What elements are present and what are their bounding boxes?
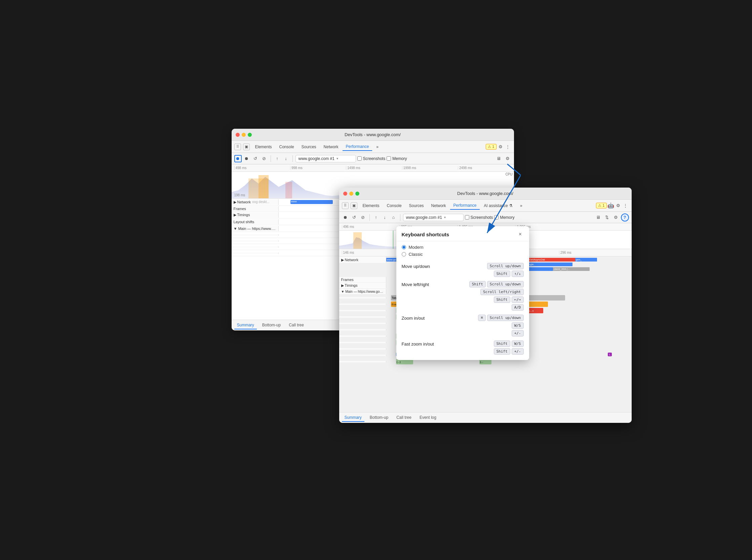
back-tab-elements[interactable]: Elements — [252, 143, 275, 151]
close-button-back[interactable] — [236, 133, 240, 137]
back-ruler-mark-1: 498 ms — [234, 166, 290, 170]
front-home-btn[interactable]: ⌂ — [390, 214, 397, 221]
front-question-btn[interactable]: ? — [621, 214, 629, 221]
radio-modern-label: Modern — [409, 245, 423, 250]
front-tab-bottomup[interactable]: Bottom-up — [367, 414, 391, 422]
radio-modern-input[interactable] — [402, 245, 406, 249]
front-upload-btn[interactable]: ↑ — [373, 214, 380, 221]
front-tab-summary[interactable]: Summary — [342, 414, 364, 422]
front-reload-btn[interactable]: ↺ — [351, 214, 358, 221]
front-toolbar-divider1 — [370, 214, 370, 221]
shortcuts-close-btn[interactable]: × — [517, 231, 524, 238]
key-ws-2: W/S — [512, 340, 524, 347]
back-record-reload-btn[interactable]: ⏺ — [243, 155, 251, 162]
front-tab-icon-layers[interactable]: ▣ — [351, 202, 357, 209]
back-time-marker: 198 ms — [234, 193, 245, 197]
back-screenshots-check[interactable]: Screenshots — [357, 156, 385, 161]
maximize-button-back[interactable] — [248, 133, 252, 137]
back-settings-icon[interactable]: ⚙ — [497, 143, 504, 150]
back-title-bar: DevTools - www.google.com/ — [232, 129, 514, 141]
key-combo-shift-lr-arrow: Shift ←/→ — [494, 297, 524, 303]
shortcuts-header: Keyboard shortcuts × — [396, 226, 529, 241]
front-subtask-label7 — [339, 342, 386, 343]
svg-rect-5 — [353, 232, 362, 249]
front-tab-network[interactable]: Network — [428, 202, 450, 209]
front-capture-btn[interactable]: 🖥 — [595, 214, 602, 221]
key-combo-plusminus: +/- — [512, 330, 524, 337]
radio-modern[interactable]: Modern — [402, 245, 524, 250]
front-tab-sources[interactable]: Sources — [406, 202, 427, 209]
front-clear-btn[interactable]: ⊘ — [359, 214, 367, 221]
front-tab-calltree[interactable]: Call tree — [394, 414, 414, 422]
back-tab-icon-layers[interactable]: ▣ — [243, 143, 250, 150]
back-capture-btn[interactable]: 🖥 — [495, 155, 502, 162]
back-tab-performance[interactable]: Performance — [342, 143, 373, 151]
back-ruler-mark-3: 1498 ms — [346, 166, 402, 170]
back-clear-btn[interactable]: ⊘ — [260, 155, 268, 162]
back-url-text: www.google.com #1 — [298, 156, 335, 161]
back-tab-summary[interactable]: Summary — [234, 321, 257, 329]
back-tab-calltree[interactable]: Call tree — [286, 321, 306, 329]
front-filter-btn[interactable]: ⇅ — [603, 214, 611, 221]
radio-classic[interactable]: Classic — [402, 252, 524, 257]
back-upload-btn[interactable]: ↑ — [274, 155, 281, 162]
front-url-dropdown[interactable]: ▾ — [444, 216, 446, 219]
front-tab-more[interactable]: » — [517, 202, 526, 209]
back-tab-sources[interactable]: Sources — [298, 143, 320, 151]
minimize-button-front[interactable] — [349, 192, 353, 196]
close-button-front[interactable] — [343, 192, 347, 196]
key-plusminus: +/- — [512, 330, 524, 337]
key-combo-ad: A/D — [512, 304, 524, 311]
key-shift-5: Shift — [494, 348, 510, 355]
front-toolbar: ⏺ ↺ ⊘ ↑ ↓ ⌂ www.google.com #1 ▾ Screensh… — [339, 212, 632, 223]
front-ai-icon[interactable]: 🤖 — [608, 202, 614, 209]
front-settings-btn[interactable]: ⚙ — [612, 214, 619, 221]
back-more-icon[interactable]: ⋮ — [504, 143, 511, 150]
back-url-bar[interactable]: www.google.com #1 ▾ — [296, 155, 356, 162]
front-record-btn[interactable]: ⏺ — [342, 214, 349, 221]
back-settings-btn[interactable]: ⚙ — [504, 155, 511, 162]
key-updown-arrow: ↑/↓ — [512, 271, 524, 277]
key-combo-ws: W/S — [512, 322, 524, 329]
back-download-btn[interactable]: ↓ — [282, 155, 290, 162]
back-tab-icon-grid[interactable]: ⠿ — [234, 143, 241, 150]
back-tab-bar: ⠿ ▣ Elements Console Sources Network Per… — [232, 141, 514, 153]
front-memory-check[interactable]: Memory — [494, 215, 514, 220]
front-tab-icon-grid[interactable]: ⠿ — [342, 202, 349, 209]
front-timings-label: ▶ Timings — [339, 283, 386, 288]
front-url-bar[interactable]: www.google.com #1 ▾ — [403, 214, 463, 221]
front-tab-console[interactable]: Console — [383, 202, 405, 209]
back-tab-more[interactable]: » — [373, 143, 382, 151]
key-combo-shift-ws: Shift W/S — [494, 340, 524, 347]
front-task-label1 — [339, 297, 386, 299]
back-reload-btn[interactable]: ↺ — [252, 155, 259, 162]
key-combo-shift-arrow: Shift ↑/↓ — [494, 271, 524, 277]
key-lr-arrow: ←/→ — [512, 297, 524, 303]
front-tab-eventlog[interactable]: Event log — [417, 414, 439, 422]
back-tab-bottomup[interactable]: Bottom-up — [259, 321, 283, 329]
back-network-label: ▶ Network oog deskt... — [232, 199, 279, 205]
back-tab-network[interactable]: Network — [320, 143, 342, 151]
front-screenshots-check[interactable]: Screenshots — [465, 215, 493, 220]
front-tab-elements[interactable]: Elements — [359, 202, 383, 209]
front-settings-icon[interactable]: ⚙ — [615, 202, 621, 209]
front-more-icon[interactable]: ⋮ — [622, 202, 629, 209]
front-download-btn[interactable]: ↓ — [381, 214, 389, 221]
maximize-button-front[interactable] — [355, 192, 359, 196]
front-tab-ai[interactable]: AI assistance ⚗ — [480, 202, 516, 209]
back-task-label4 — [232, 253, 279, 254]
key-shift-2: Shift — [469, 281, 486, 287]
back-record-btn[interactable]: ⏺ — [234, 155, 242, 162]
radio-classic-input[interactable] — [402, 252, 406, 257]
front-url-text: www.google.com #1 — [406, 215, 442, 220]
minimize-button-back[interactable] — [242, 133, 246, 137]
front-window-title: DevTools - www.google.com/ — [457, 191, 513, 196]
front-tab-performance[interactable]: Performance — [450, 202, 480, 210]
back-toolbar: ⏺ ⏺ ↺ ⊘ ↑ ↓ www.google.com #1 ▾ Screensh… — [232, 153, 514, 164]
front-cursor-line — [393, 231, 393, 249]
back-url-dropdown[interactable]: ▾ — [336, 157, 338, 160]
key-shift-3: Shift — [494, 297, 510, 303]
back-tab-console[interactable]: Console — [276, 143, 297, 151]
back-memory-check[interactable]: Memory — [387, 156, 407, 161]
key-cmd: ⌘ — [478, 315, 486, 321]
